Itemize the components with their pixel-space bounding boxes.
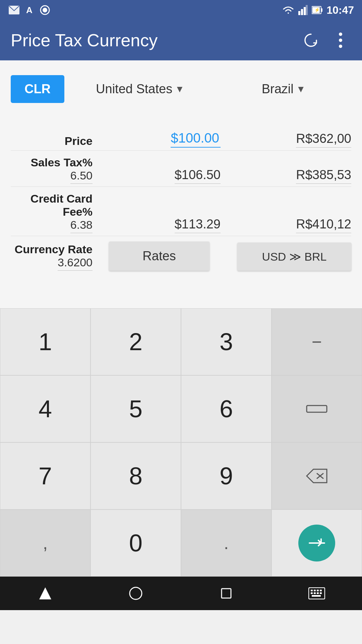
nav-keyboard-button[interactable] [307,583,327,603]
svg-point-21 [130,587,142,599]
to-country-selector[interactable]: Brazil ▼ [216,82,351,96]
nav-bar [0,577,362,610]
sales-tax-rate[interactable]: 6.50 [70,169,93,184]
svg-text:A: A [26,5,33,15]
status-bar: A ⚡ 10:47 [0,0,362,20]
status-right: ⚡ 10:47 [282,4,354,16]
svg-rect-4 [298,11,300,15]
svg-rect-24 [311,590,313,591]
credit-card-from-col: $113.29 [98,217,229,233]
key-period[interactable]: . [181,509,272,577]
data-section: Price $100.00 R$362,00 Sales Tax% 6.50 $… [11,120,351,273]
wifi-icon [282,6,294,14]
key-enter-wrapper[interactable] [272,509,362,577]
svg-point-14 [339,45,342,48]
svg-point-13 [339,39,342,42]
keyboard-row-4: , 0 . [0,509,362,577]
refresh-button[interactable] [300,30,322,51]
key-6[interactable]: 6 [181,375,272,442]
key-3[interactable]: 3 [181,308,272,375]
keyboard-row-3: 7 8 9 [0,442,362,509]
spacer [0,281,362,308]
svg-rect-32 [312,595,321,597]
from-country-selector[interactable]: United States ▼ [72,82,208,96]
key-7[interactable]: 7 [0,442,90,509]
svg-marker-20 [39,587,51,599]
svg-rect-9 [321,8,322,12]
sales-tax-to-value: R$385,53 [296,168,351,184]
keyboard-row-1: 1 2 3 − [0,308,362,375]
sales-tax-from-value: $106.50 [175,168,221,184]
key-space[interactable] [272,375,362,442]
credit-card-to-col: R$410,12 [229,217,351,233]
svg-rect-22 [222,589,231,598]
svg-rect-27 [320,590,322,591]
key-1[interactable]: 1 [0,308,90,375]
credit-card-rate[interactable]: 6.38 [70,218,93,233]
usd-brl-col: USD ≫ BRL [229,243,351,271]
credit-card-to-value: R$410,12 [296,217,351,233]
top-row: CLR United States ▼ Brazil ▼ [11,68,351,110]
sales-tax-to-col: R$385,53 [229,168,351,184]
to-country-dropdown-icon: ▼ [296,84,306,95]
price-to-value: R$362,00 [296,131,351,148]
price-to-col: R$362,00 [229,131,351,148]
currency-rate-label-col: Currency Rate 3.6200 [11,243,98,271]
from-country-label: United States [96,82,172,96]
svg-rect-5 [301,9,303,15]
app-bar: Price Tax Currency [0,20,362,60]
key-enter[interactable] [298,525,335,561]
svg-rect-28 [311,592,313,594]
currency-rate-label: Currency Rate [15,243,93,256]
price-row: Price $100.00 R$362,00 [11,120,351,151]
from-country-dropdown-icon: ▼ [175,84,184,95]
key-backspace[interactable] [272,442,362,509]
sales-tax-row: Sales Tax% 6.50 $106.50 R$385,53 [11,151,351,187]
signal-icon [298,5,308,15]
app-title: Price Tax Currency [11,30,300,50]
more-options-button[interactable] [330,30,351,51]
key-minus[interactable]: − [272,308,362,375]
key-comma[interactable]: , [0,509,90,577]
a-icon: A [23,4,36,16]
key-9[interactable]: 9 [181,442,272,509]
svg-point-12 [339,33,342,36]
svg-rect-29 [314,592,316,594]
key-0[interactable]: 0 [90,509,181,577]
key-4[interactable]: 4 [0,375,90,442]
svg-rect-6 [304,7,306,15]
svg-rect-31 [320,592,322,594]
key-2[interactable]: 2 [90,308,181,375]
svg-point-3 [43,8,47,12]
credit-card-fee-row: Credit Card Fee% 6.38 $113.29 R$410,12 [11,187,351,236]
app-bar-actions [300,30,351,51]
key-5[interactable]: 5 [90,375,181,442]
rates-button[interactable]: Rates [109,241,209,271]
currency-rate-row: Currency Rate 3.6200 Rates USD ≫ BRL [11,236,351,273]
key-8[interactable]: 8 [90,442,181,509]
nav-recents-button[interactable] [216,583,236,603]
svg-rect-25 [314,590,316,591]
credit-card-label: Credit Card Fee% [11,192,93,218]
currency-rate-value[interactable]: 3.6200 [58,256,93,271]
keyboard: 1 2 3 − 4 5 6 7 8 9 , 0 . [0,308,362,577]
status-icons: A [8,4,51,16]
circle-icon [39,4,51,16]
svg-rect-26 [317,590,319,591]
sales-tax-from-col: $106.50 [98,168,229,184]
main-content: CLR United States ▼ Brazil ▼ Price $100.… [0,60,362,281]
svg-rect-7 [306,5,308,15]
svg-rect-30 [317,592,319,594]
credit-card-from-value: $113.29 [175,217,221,233]
price-from-col[interactable]: $100.00 [98,130,229,148]
clr-button[interactable]: CLR [11,75,64,103]
keyboard-row-2: 4 5 6 [0,375,362,442]
svg-text:⚡: ⚡ [314,7,320,13]
nav-home-button[interactable] [126,583,146,603]
svg-rect-16 [307,406,317,412]
to-country-label: Brazil [262,82,294,96]
nav-back-button[interactable] [35,583,55,603]
sales-tax-label: Sales Tax% [31,156,93,169]
rates-btn-col: Rates [98,241,229,271]
usd-brl-button[interactable]: USD ≫ BRL [237,243,351,271]
